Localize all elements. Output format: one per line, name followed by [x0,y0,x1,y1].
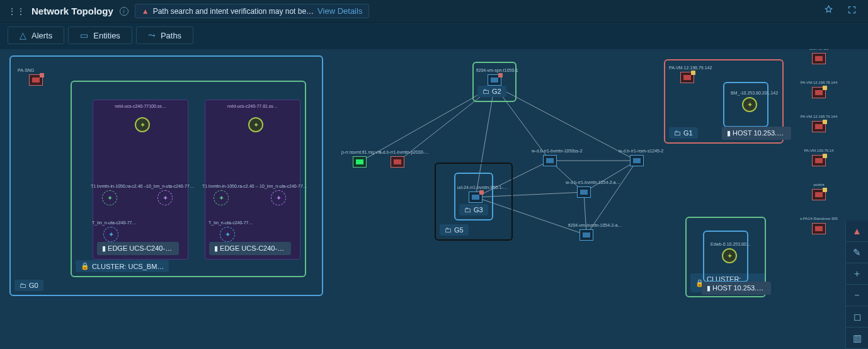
folder-icon: 🗀 [483,88,489,95]
device-edgeB_L[interactable] [214,190,229,205]
device-edgeB_R[interactable] [271,190,286,205]
side-device-label: au1.PDA26 [809,49,829,50]
device-label: w-d.b-rr1-bvmtn-1054-2-a… [566,180,620,185]
tab-entities[interactable]: ▭ Entities [68,26,132,44]
page-title: Network Topology [31,6,113,16]
side-device-icon[interactable] [812,189,826,200]
alert-triangle-icon: △ [20,30,26,40]
device-label: w-d.b-rr1-bvmtn-1050ss-2 [532,149,583,153]
group-label[interactable]: 🗀G5 [440,224,469,236]
folder-icon: 🗀 [20,282,26,289]
device-pa_g0[interactable] [29,74,43,86]
device-ext_red[interactable] [391,156,404,168]
device-leaf2[interactable] [630,155,644,166]
header: ⋮⋮ Network Topology i ▲ Path search and … [0,0,868,23]
toolbar-alerts-icon[interactable]: ▲ [846,220,868,242]
svg-line-21 [584,192,586,235]
toolbar-map-icon[interactable]: ▥ [846,328,868,349]
side-device-icon[interactable] [812,223,826,234]
alert-triangle-icon: ▲ [142,7,149,16]
fullscreen-icon[interactable] [843,3,860,19]
device-label: Edwb-0.10.253.80… [711,242,751,246]
tab-label: Paths [161,31,181,40]
host-label[interactable]: ▮ HOST 10.253.241… [702,282,771,295]
device-edgeA_top[interactable] [135,117,150,132]
tab-label: Entities [93,31,120,40]
side-device[interactable]: PA-VM.139.70.14 [799,149,839,166]
side-device-label: PA-VM.139.70.14 [804,149,834,152]
folder-icon: 🗀 [464,206,471,214]
warning-badge-icon [823,188,827,192]
group-label[interactable]: 🗀G1 [669,127,698,139]
device-g1_left[interactable] [680,72,694,83]
topology-canvas[interactable]: 🗀G0🔒CLUSTER: UCS_BM…nxtd-ucs-c240-77100.… [0,49,868,349]
device-ext_green[interactable] [353,156,367,168]
side-device[interactable]: s-PA14-Standnow-395 [799,217,839,234]
device-leaf1[interactable] [543,155,557,166]
side-device[interactable]: au1.PDA26 [799,49,839,64]
side-device[interactable]: PA-VM.12.198.79.144 [799,115,839,132]
toolbar-fit-icon[interactable]: ◻ [846,306,868,328]
device-g1_right[interactable] [742,97,757,112]
alert-badge-icon [40,73,44,77]
path-icon: ⤳ [148,30,156,40]
device-spine1[interactable] [577,186,591,198]
tab-paths[interactable]: ⤳ Paths [136,26,193,44]
lock-icon: 🔒 [81,262,89,270]
folder-icon: 🗀 [445,226,452,234]
device-label: BM_-10.253.80.201.142 [731,91,778,95]
device-edgeA_B[interactable] [103,227,118,242]
side-device[interactable]: PA-VM.12.198.78.144 [799,81,839,98]
device-label: fl204-vm-spn-t1050-1 [476,68,518,72]
device-edgeA_R[interactable] [157,190,173,205]
device-spine2[interactable] [580,229,593,241]
info-icon[interactable]: i [120,7,128,16]
toolbar-zoom-in-icon[interactable]: ＋ [846,263,868,285]
device-label: T_bn_n-uta-c240-77… [208,220,253,225]
edge-host-label[interactable]: ▮ EDGE UCS-C240-7… [209,242,291,255]
view-tabs: △ Alerts ▭ Entities ⤳ Paths [0,23,868,48]
view-details-link[interactable]: View Details [317,6,362,16]
svg-line-17 [584,161,637,192]
side-device-icon[interactable] [812,87,826,98]
side-device-label: PA-VM.12.198.79.144 [801,115,838,118]
warning-banner: ▲ Path search and intent verification ma… [135,4,370,18]
side-device-icon[interactable] [812,121,826,132]
side-device-icon[interactable] [812,53,826,64]
unassigned-device-list: au1.PDA26PA-VM.12.198.78.144PA-VM.12.198… [799,49,839,234]
device-label: 10_bm_n-uta-c240-77… [146,184,194,188]
drag-handle-icon[interactable]: ⋮⋮ [8,6,25,16]
group-label[interactable]: 🗀G3 [459,204,488,215]
toolbar-zoom-out-icon[interactable]: － [846,285,868,306]
device-edgeA_L[interactable] [102,190,117,205]
warning-badge-icon [823,120,827,124]
warning-text: Path search and intent verification may … [153,7,314,16]
device-dfw_top[interactable] [722,248,737,263]
device-label: PA-VM.12.198.79.142 [669,66,712,70]
alert-badge-icon [479,190,484,195]
toolbar-edit-icon[interactable]: ✎ [846,242,868,263]
group-label[interactable]: 🗀G0 [14,280,43,291]
side-device-label: s-PA14-Standnow-395 [800,217,838,220]
device-edgeB_top[interactable] [248,117,263,132]
group-label[interactable]: 🗀G2 [477,86,506,97]
host-label[interactable]: ▮ HOST 10.253.241… [722,127,791,140]
device-label: w-d.b-rr1-nsm-s1245-2 [619,149,663,153]
device-g3_dev[interactable] [469,192,483,203]
tab-label: Alerts [31,31,52,40]
device-edgeB_B[interactable] [220,227,235,242]
side-device[interactable]: poatra [799,183,839,200]
pin-icon[interactable] [820,3,837,19]
edge-host-label[interactable]: ▮ EDGE UCS-C240-7… [97,242,179,255]
device-g2_dev[interactable] [488,74,501,86]
warning-badge-icon [823,154,827,158]
canvas-toolbar: ▲ ✎ ＋ － ◻ ▥ [845,220,868,349]
device-label: 10_bm_n-uta-c240-77… [260,184,307,188]
edge-host-title: nxtd-ucs-c240-77.81.ss… [205,104,300,108]
warning-badge-icon [691,71,695,75]
tab-alerts[interactable]: △ Alerts [8,26,64,44]
edge-host-title: nxtd-ucs-c240-77100.ss… [93,104,188,108]
group-label[interactable]: 🔒CLUSTER: UCS_BM… [76,260,169,272]
side-device-icon[interactable] [812,155,826,166]
folder-icon: 🗀 [674,129,681,137]
